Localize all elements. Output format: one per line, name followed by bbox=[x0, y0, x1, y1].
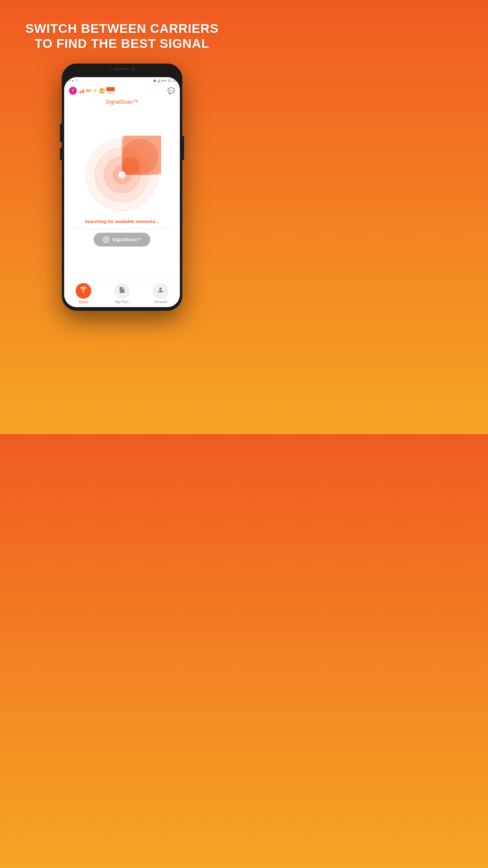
phone-notch bbox=[62, 64, 182, 77]
phone-frame: 4G ▲ ⓘ 🔷 🔔 80% 🔋 1:19 T bbox=[62, 64, 182, 311]
status-icon-bg bbox=[76, 283, 91, 299]
notch-center bbox=[102, 66, 141, 72]
scan-button-icon bbox=[103, 236, 109, 243]
radar-container: Searching for available networks... Sign… bbox=[64, 107, 180, 280]
phone-screen: 4G ▲ ⓘ 🔷 🔔 80% 🔋 1:19 T bbox=[64, 77, 180, 307]
headline-line2: TO FIND THE BEST SIGNAL bbox=[35, 36, 209, 51]
screen-content: 4G ▲ ⓘ 🔷 🔔 80% 🔋 1:19 T bbox=[64, 77, 180, 307]
wifi-icon: 📶 bbox=[99, 88, 104, 93]
power-button bbox=[182, 136, 184, 160]
status-bar: 4G ▲ ⓘ 🔷 🔔 80% 🔋 1:19 bbox=[64, 77, 180, 84]
battery-indicator: 100% bbox=[106, 87, 115, 94]
signal-bar-1 bbox=[78, 92, 79, 93]
scan-button-label: SignalScan™ bbox=[112, 237, 141, 242]
account-person-icon bbox=[157, 286, 164, 296]
bottom-nav: Status My Plan bbox=[64, 280, 180, 307]
signal-bar-2 bbox=[80, 91, 81, 93]
signal-bars bbox=[78, 88, 84, 93]
myplan-icon-bg bbox=[114, 283, 130, 299]
battery-body bbox=[106, 87, 115, 91]
battery-tip bbox=[115, 88, 115, 90]
account-label: Account bbox=[154, 300, 167, 304]
camera-lens-1 bbox=[109, 68, 111, 70]
signal-bar-4 bbox=[83, 89, 84, 93]
battery-fill bbox=[107, 88, 114, 91]
account-icon-bg bbox=[153, 283, 168, 299]
svg-point-8 bbox=[159, 287, 162, 290]
carrier-info: T 4G ⚡ 📶 bbox=[69, 87, 115, 95]
app-top-bar: T 4G ⚡ 📶 bbox=[64, 84, 180, 97]
nav-item-myplan[interactable]: My Plan bbox=[114, 283, 130, 304]
front-camera bbox=[131, 67, 135, 71]
headline-line1: SWITCH BETWEEN CARRIERS bbox=[25, 22, 218, 36]
divider bbox=[73, 228, 171, 228]
app-title: SignalScan™ bbox=[64, 97, 180, 107]
myplan-doc-icon bbox=[119, 286, 126, 296]
status-wifi-icon bbox=[80, 286, 87, 296]
svg-point-4 bbox=[119, 171, 126, 179]
nav-item-account[interactable]: Account bbox=[153, 283, 168, 304]
search-text: Searching for available networks... bbox=[85, 219, 159, 224]
nav-item-status[interactable]: Status bbox=[76, 283, 91, 304]
status-bar-left: 4G ▲ ⓘ bbox=[67, 79, 78, 83]
carrier-avatar: T bbox=[69, 87, 77, 95]
signal-bar-3 bbox=[82, 90, 83, 93]
phone-mockup: 4G ▲ ⓘ 🔷 🔔 80% 🔋 1:19 T bbox=[62, 64, 182, 311]
status-label: Status bbox=[78, 300, 89, 304]
scan-button[interactable]: SignalScan™ bbox=[94, 233, 150, 247]
svg-point-6 bbox=[105, 239, 107, 240]
network-type: 4G bbox=[86, 88, 91, 93]
lightning-icon: ⚡ bbox=[93, 88, 98, 93]
svg-point-7 bbox=[83, 291, 84, 293]
battery-percent: 100% bbox=[107, 92, 113, 94]
speaker bbox=[114, 68, 129, 70]
radar-svg bbox=[83, 135, 161, 214]
headline: SWITCH BETWEEN CARRIERS TO FIND THE BEST… bbox=[13, 21, 230, 52]
myplan-label: My Plan bbox=[116, 300, 128, 304]
status-bar-right: 🔷 🔔 80% 🔋 1:19 bbox=[153, 79, 177, 82]
chat-icon[interactable]: 💬 bbox=[167, 87, 175, 94]
